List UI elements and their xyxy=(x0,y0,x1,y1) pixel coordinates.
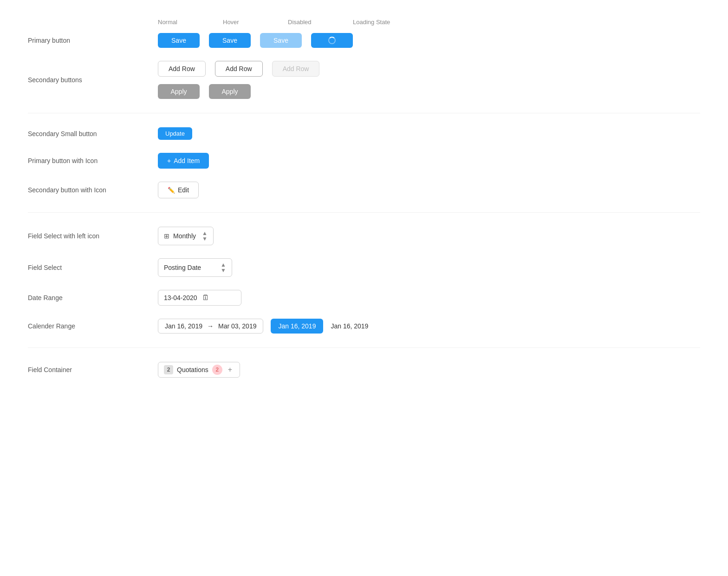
plus-icon: + xyxy=(167,157,171,164)
secondary-addrow-normal[interactable]: Add Row xyxy=(158,61,206,77)
primary-button-label: Primary button xyxy=(28,37,158,44)
monthly-value: Monthly xyxy=(173,232,196,240)
monthly-select[interactable]: ⊞ Monthly ▲ ▼ xyxy=(158,227,214,245)
posting-date-value: Posting Date xyxy=(164,264,201,271)
field-select-row: Field Select Posting Date ▲ ▼ xyxy=(28,258,700,277)
field-container-widget[interactable]: 2 Quotations 2 + xyxy=(158,362,240,378)
cal-to-date: Mar 03, 2019 xyxy=(218,322,257,330)
chevron-updown-icon-2: ▲ ▼ xyxy=(221,262,226,273)
cal-arrow-icon: → xyxy=(207,322,214,330)
secondary-addrow-disabled: Add Row xyxy=(272,61,320,77)
add-tab-button[interactable]: + xyxy=(226,365,234,375)
field-container-label: Field Container xyxy=(28,366,158,373)
date-range-label: Date Range xyxy=(28,294,158,301)
primary-icon-row: Primary button with Icon + Add Item xyxy=(28,153,700,169)
primary-save-normal[interactable]: Save xyxy=(158,33,200,48)
col-header-loading: Loading State xyxy=(353,19,418,26)
secondary-icon-row: Secondary button with Icon ✏️ Edit xyxy=(28,182,700,198)
col-header-normal: Normal xyxy=(158,19,223,26)
field-select-label: Field Select xyxy=(28,264,158,271)
primary-save-hover[interactable]: Save xyxy=(209,33,251,48)
col-header-disabled: Disabled xyxy=(288,19,353,26)
apply-normal[interactable]: Apply xyxy=(158,84,200,99)
date-range-input[interactable]: 13-04-2020 🗓 xyxy=(158,290,241,306)
secondary-small-label: Secondary Small button xyxy=(28,130,158,137)
secondary-buttons-row: Secondary buttons Add Row Add Row Add Ro… xyxy=(28,61,700,99)
calendar-range-row: Calender Range Jan 16, 2019 → Mar 03, 20… xyxy=(28,319,700,334)
field-select-icon-label: Field Select with left icon xyxy=(28,232,158,240)
secondary-addrow-hover[interactable]: Add Row xyxy=(215,61,263,77)
chevron-updown-icon: ▲ ▼ xyxy=(202,230,208,242)
primary-icon-label: Primary button with Icon xyxy=(28,157,158,164)
edit-label: Edit xyxy=(178,186,189,194)
edit-button[interactable]: ✏️ Edit xyxy=(158,182,199,198)
pencil-icon: ✏️ xyxy=(168,187,175,194)
apply-hover[interactable]: Apply xyxy=(209,84,251,99)
quotations-label: Quotations xyxy=(177,366,208,373)
date-range-row: Date Range 13-04-2020 🗓 xyxy=(28,290,700,306)
calendar-range-pill[interactable]: Jan 16, 2019 → Mar 03, 2019 xyxy=(158,319,263,334)
cal-selected-badge[interactable]: Jan 16, 2019 xyxy=(271,319,323,334)
secondary-buttons-label: Secondary buttons xyxy=(28,76,158,84)
pink-badge: 2 xyxy=(212,365,222,375)
date-range-value: 13-04-2020 xyxy=(164,294,197,301)
calendar-range-label: Calender Range xyxy=(28,322,158,330)
posting-date-select[interactable]: Posting Date ▲ ▼ xyxy=(158,258,232,277)
cal-plain-value: Jan 16, 2019 xyxy=(331,322,368,330)
secondary-icon-label: Secondary button with Icon xyxy=(28,186,158,194)
primary-save-disabled: Save xyxy=(260,33,302,48)
field-container-row: Field Container 2 Quotations 2 + xyxy=(28,362,700,378)
gray-badge: 2 xyxy=(164,365,173,374)
col-header-hover: Hover xyxy=(223,19,288,26)
calendar-icon: 🗓 xyxy=(202,294,209,302)
add-item-label: Add Item xyxy=(174,157,200,164)
secondary-small-row: Secondary Small button Update xyxy=(28,127,700,140)
update-button[interactable]: Update xyxy=(158,127,192,140)
add-item-button[interactable]: + Add Item xyxy=(158,153,209,169)
table-icon: ⊞ xyxy=(164,232,169,240)
cal-selected-value: Jan 16, 2019 xyxy=(278,322,316,330)
primary-save-loading xyxy=(311,33,353,48)
field-select-icon-row: Field Select with left icon ⊞ Monthly ▲ … xyxy=(28,227,700,245)
loading-spinner xyxy=(328,37,336,44)
primary-button-row: Primary button Save Save Save xyxy=(28,33,700,48)
cal-from-date: Jan 16, 2019 xyxy=(165,322,202,330)
